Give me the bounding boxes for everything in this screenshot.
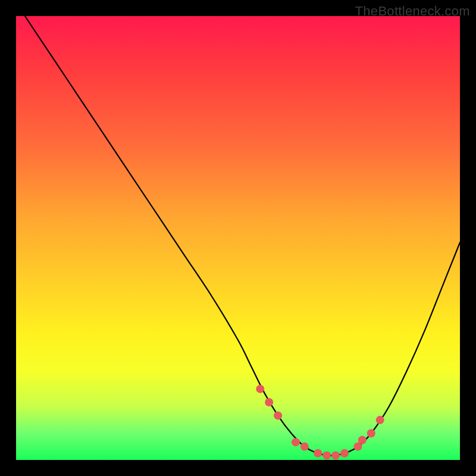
marker-dot [265, 398, 273, 406]
marker-dot [314, 449, 322, 458]
marker-dot [331, 452, 340, 460]
marker-dot [358, 436, 367, 444]
marker-dot-group [256, 385, 384, 460]
marker-dot [376, 416, 384, 424]
marker-dot [300, 443, 309, 451]
marker-dot [274, 411, 282, 419]
marker-dot [322, 452, 331, 460]
marker-dot [292, 438, 300, 446]
marker-dot [340, 449, 349, 458]
bottleneck-curve [25, 16, 460, 456]
marker-dot [256, 385, 264, 393]
marker-dot [367, 429, 375, 437]
bottleneck-chart [16, 16, 460, 460]
